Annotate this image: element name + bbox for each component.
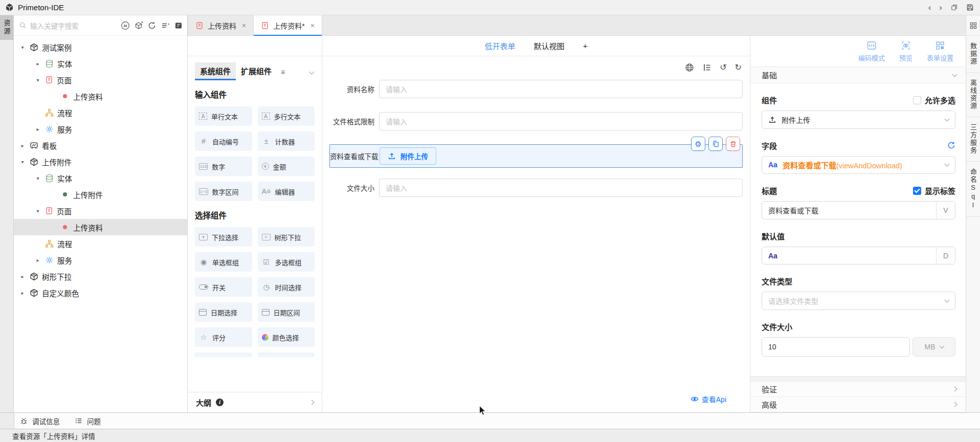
expander-icon[interactable]: ▾ bbox=[19, 159, 26, 165]
form-field-row[interactable]: 文件格式限制 请输入 bbox=[329, 112, 743, 130]
undo-icon[interactable]: ↺ bbox=[720, 63, 726, 72]
form-field-row-selected[interactable]: 资料查看或下载 附件上传 ⚙ bbox=[329, 144, 743, 168]
expander-icon[interactable]: ▸ bbox=[34, 126, 41, 132]
tree-item[interactable]: 上传资料 bbox=[14, 219, 187, 235]
palette-collapse-icon[interactable] bbox=[310, 67, 317, 80]
expander-icon[interactable]: ▾ bbox=[34, 175, 41, 181]
palette-item[interactable]: ◷时间选择 bbox=[258, 277, 315, 297]
text-input[interactable]: 请输入 bbox=[379, 112, 743, 130]
palette-item[interactable]: ▾下拉选择 bbox=[195, 227, 252, 247]
palette-item[interactable]: A单行文本 bbox=[195, 106, 252, 126]
code-mode-button[interactable]: 编码模式 bbox=[858, 40, 885, 62]
tree-item[interactable]: ▾测试案例 bbox=[14, 39, 187, 55]
palette-item[interactable]: 123数字 bbox=[195, 157, 252, 176]
palette-item-partial[interactable] bbox=[195, 352, 252, 357]
card-icon[interactable] bbox=[174, 21, 183, 30]
default-value-input[interactable]: Aa bbox=[762, 247, 936, 264]
tree-item[interactable]: ▸服务 bbox=[14, 121, 187, 137]
debug-info-tab[interactable]: 调试信息 bbox=[19, 416, 60, 426]
tree-item[interactable]: 上传附件 bbox=[14, 186, 187, 203]
section-header-advanced[interactable]: 高级 bbox=[750, 397, 966, 412]
palette-menu-icon[interactable]: ≡ bbox=[281, 68, 285, 80]
expander-icon[interactable]: ▸ bbox=[19, 290, 26, 296]
component-delete-button[interactable] bbox=[726, 137, 740, 151]
view-tab-lowcode-form[interactable]: 低开表单 bbox=[485, 40, 516, 51]
right-strip-tab[interactable]: 离线资源 bbox=[966, 73, 980, 117]
component-settings-button[interactable]: ⚙ bbox=[691, 137, 705, 151]
tree-item[interactable]: ▸实体 bbox=[14, 55, 187, 72]
palette-item[interactable]: ☆评分 bbox=[195, 327, 252, 347]
tree-item[interactable]: ▸自定义颜色 bbox=[14, 284, 187, 301]
title-variable-button[interactable]: V bbox=[936, 202, 955, 219]
save-icon[interactable] bbox=[966, 4, 974, 11]
attachment-upload-button[interactable]: 附件上传 bbox=[380, 147, 436, 165]
form-settings-button[interactable]: 表单设置 bbox=[927, 40, 953, 62]
tree-item[interactable]: 上传资料 bbox=[14, 88, 187, 104]
section-header-validation[interactable]: 验证 bbox=[750, 382, 966, 397]
tree-item[interactable]: ▾页面 bbox=[14, 72, 187, 88]
file-type-select[interactable]: 请选择文件类型 bbox=[762, 292, 955, 310]
field-refresh-icon[interactable] bbox=[947, 141, 955, 149]
palette-item[interactable]: ☑多选框组 bbox=[258, 252, 315, 272]
tree-item[interactable]: ▾实体 bbox=[14, 170, 187, 186]
tab-system-components[interactable]: 系统组件 bbox=[195, 62, 236, 80]
form-field-row[interactable]: 文件大小 请输入 bbox=[329, 179, 743, 197]
show-label-checkbox[interactable] bbox=[913, 187, 921, 195]
problems-tab[interactable]: 问题 bbox=[74, 416, 101, 426]
redo-icon[interactable]: ↻ bbox=[735, 63, 742, 72]
palette-item[interactable]: 日期区间 bbox=[258, 302, 315, 322]
palette-item[interactable]: #自动编号 bbox=[195, 131, 252, 151]
tab-extended-components[interactable]: 扩展组件 bbox=[236, 62, 277, 80]
add-view-button[interactable]: + bbox=[583, 41, 588, 50]
preview-button[interactable]: 预览 bbox=[899, 40, 912, 62]
section-header-basic[interactable]: 基础 bbox=[750, 67, 966, 83]
tab-close-icon[interactable]: × bbox=[310, 21, 315, 30]
doc-tab[interactable]: 上传资料*× bbox=[254, 15, 322, 35]
file-size-unit-select[interactable]: MB bbox=[912, 337, 955, 357]
component-type-select[interactable]: 附件上传 bbox=[762, 110, 955, 129]
field-binding-select[interactable]: Aa 资料查看或下载(viewAndDownload) bbox=[762, 156, 955, 174]
tree-item[interactable]: 流程 bbox=[14, 235, 187, 252]
outline-icon[interactable] bbox=[702, 63, 711, 72]
back-icon[interactable]: ‹ bbox=[928, 3, 931, 12]
tree-item[interactable]: ▾页面 bbox=[14, 203, 187, 219]
default-dynamic-button[interactable]: D bbox=[936, 247, 955, 264]
panel-grid-icon[interactable] bbox=[966, 15, 980, 36]
expander-icon[interactable]: ▸ bbox=[19, 143, 26, 148]
tree-item[interactable]: 流程 bbox=[14, 104, 187, 121]
file-size-input[interactable]: 10 bbox=[762, 337, 910, 357]
sort-list-icon[interactable] bbox=[161, 21, 170, 30]
expander-icon[interactable]: ▾ bbox=[34, 208, 41, 214]
tree-item[interactable]: ▸看板 bbox=[14, 137, 187, 153]
palette-item-partial[interactable] bbox=[258, 352, 315, 357]
expander-icon[interactable]: ▾ bbox=[34, 77, 41, 83]
resources-strip-tab[interactable]: 资源 bbox=[0, 15, 13, 40]
globe-icon[interactable] bbox=[685, 63, 694, 72]
refresh-icon[interactable] bbox=[147, 21, 157, 30]
search-input[interactable]: 输入关键字搜索 bbox=[19, 20, 118, 31]
view-api-link[interactable]: 查看Api bbox=[691, 394, 726, 404]
palette-item[interactable]: 颜色选择 bbox=[258, 327, 315, 347]
view-tab-default-view[interactable]: 默认视图 bbox=[534, 40, 565, 51]
text-input[interactable]: 请输入 bbox=[379, 80, 743, 98]
palette-item[interactable]: 开关 bbox=[195, 277, 252, 297]
component-copy-button[interactable] bbox=[708, 137, 723, 151]
outline-footer[interactable]: 大纲 bbox=[188, 392, 322, 412]
allow-multiple-checkbox[interactable] bbox=[913, 96, 921, 104]
right-strip-tab[interactable]: 数据源 bbox=[966, 36, 980, 73]
title-input[interactable]: 资料查看或下载 bbox=[762, 202, 936, 219]
tree-item[interactable]: ▸服务 bbox=[14, 252, 187, 268]
palette-item[interactable]: ◉单选框组 bbox=[195, 252, 252, 272]
cube-add-icon[interactable] bbox=[134, 21, 143, 30]
doc-tab[interactable]: 上传资料× bbox=[188, 15, 254, 35]
forward-icon[interactable]: › bbox=[939, 3, 942, 12]
right-strip-tab[interactable]: 命名Sql bbox=[966, 162, 980, 217]
expander-icon[interactable]: ▸ bbox=[19, 274, 26, 279]
palette-item[interactable]: ±计数器 bbox=[258, 131, 315, 151]
right-strip-tab[interactable]: 三方服务 bbox=[966, 117, 980, 162]
tree-item[interactable]: ▾上传附件 bbox=[14, 153, 187, 170]
palette-item[interactable]: 1~3数字区间 bbox=[195, 182, 252, 201]
palette-item[interactable]: 日期选择 bbox=[195, 302, 252, 322]
palette-item[interactable]: A≡编辑器 bbox=[258, 182, 315, 201]
palette-item[interactable]: A多行文本 bbox=[258, 106, 315, 126]
